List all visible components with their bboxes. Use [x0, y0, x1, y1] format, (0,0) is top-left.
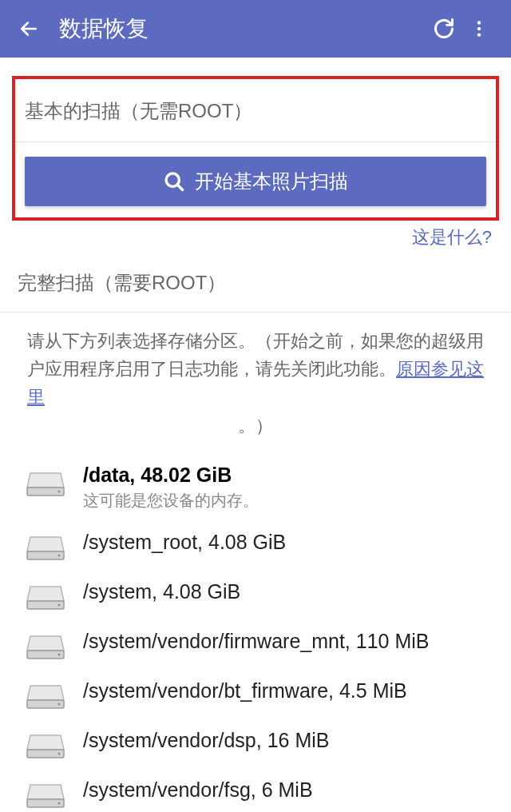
- partition-title: /system/vendor/bt_firmware, 4.5 MiB: [83, 679, 407, 703]
- svg-line-5: [177, 185, 182, 189]
- partition-title: /system/vendor/dsp, 16 MiB: [83, 729, 329, 752]
- back-button[interactable]: [14, 14, 43, 43]
- svg-point-2: [477, 27, 481, 30]
- arrow-left-icon: [18, 18, 39, 39]
- partition-text: /system/vendor/bt_firmware, 4.5 MiB: [83, 679, 407, 703]
- drive-icon: [26, 468, 65, 497]
- app-bar: 数据恢复: [0, 0, 511, 58]
- partition-title: /system_root, 4.08 GiB: [83, 531, 286, 554]
- svg-point-7: [58, 490, 61, 492]
- partition-title: /system/vendor/firmware_mnt, 110 MiB: [83, 630, 429, 653]
- partition-text: /system, 4.08 GiB: [83, 580, 240, 603]
- svg-point-1: [477, 21, 481, 24]
- content: 基本的扫描（无需ROOT） 开始基本照片扫描 这是什么? 完整扫描（需要ROOT…: [0, 76, 511, 812]
- refresh-button[interactable]: [426, 11, 461, 46]
- drive-icon: [26, 681, 65, 710]
- more-vertical-icon: [469, 18, 489, 39]
- scan-button-label: 开始基本照片扫描: [195, 169, 348, 194]
- partition-title: /data, 48.02 GiB: [83, 464, 259, 487]
- drive-icon: [26, 780, 65, 809]
- app-title: 数据恢复: [59, 14, 426, 44]
- search-icon: [163, 170, 185, 193]
- hint-part2: 。）: [238, 416, 273, 436]
- partition-text: /system_root, 4.08 GiB: [83, 531, 286, 554]
- partition-item[interactable]: /system/vendor/dsp, 16 MiB: [0, 719, 511, 769]
- partition-list: /data, 48.02 GiB这可能是您设备的内存。 /system_root…: [0, 448, 511, 812]
- partition-title: /system/vendor/fsg, 6 MiB: [83, 778, 313, 802]
- start-basic-scan-button[interactable]: 开始基本照片扫描: [25, 157, 486, 206]
- svg-point-11: [58, 603, 61, 606]
- svg-point-15: [58, 703, 61, 705]
- partition-subtitle: 这可能是您设备的内存。: [83, 490, 259, 511]
- more-button[interactable]: [461, 11, 497, 46]
- partition-item[interactable]: /system, 4.08 GiB: [0, 571, 511, 620]
- svg-point-9: [58, 554, 61, 556]
- basic-scan-header: 基本的扫描（无需ROOT）: [15, 79, 496, 142]
- what-is-this-link[interactable]: 这是什么?: [0, 221, 511, 249]
- svg-point-17: [58, 752, 61, 754]
- partition-item[interactable]: /system/vendor/fsg, 6 MiB: [0, 769, 511, 812]
- drive-icon: [26, 532, 65, 561]
- full-scan-hint: 请从下方列表选择存储分区。（开始之前，如果您的超级用户应用程序启用了日志功能，请…: [0, 312, 511, 448]
- partition-item[interactable]: /system_root, 4.08 GiB: [0, 521, 511, 571]
- partition-item[interactable]: /system/vendor/firmware_mnt, 110 MiB: [0, 620, 511, 670]
- partition-item[interactable]: /data, 48.02 GiB这可能是您设备的内存。: [0, 454, 511, 521]
- svg-point-19: [58, 802, 61, 804]
- partition-text: /data, 48.02 GiB这可能是您设备的内存。: [83, 464, 259, 511]
- refresh-icon: [433, 18, 455, 40]
- highlight-box: 基本的扫描（无需ROOT） 开始基本照片扫描: [12, 76, 499, 221]
- partition-text: /system/vendor/dsp, 16 MiB: [83, 729, 329, 752]
- drive-icon: [26, 631, 65, 660]
- partition-text: /system/vendor/firmware_mnt, 110 MiB: [83, 630, 429, 653]
- svg-point-3: [477, 33, 481, 36]
- drive-icon: [26, 582, 65, 611]
- partition-title: /system, 4.08 GiB: [83, 580, 240, 603]
- svg-point-13: [58, 653, 61, 655]
- full-scan-header: 完整扫描（需要ROOT）: [0, 249, 511, 312]
- partition-text: /system/vendor/fsg, 6 MiB: [83, 778, 313, 802]
- drive-icon: [26, 730, 65, 759]
- partition-item[interactable]: /system/vendor/bt_firmware, 4.5 MiB: [0, 670, 511, 719]
